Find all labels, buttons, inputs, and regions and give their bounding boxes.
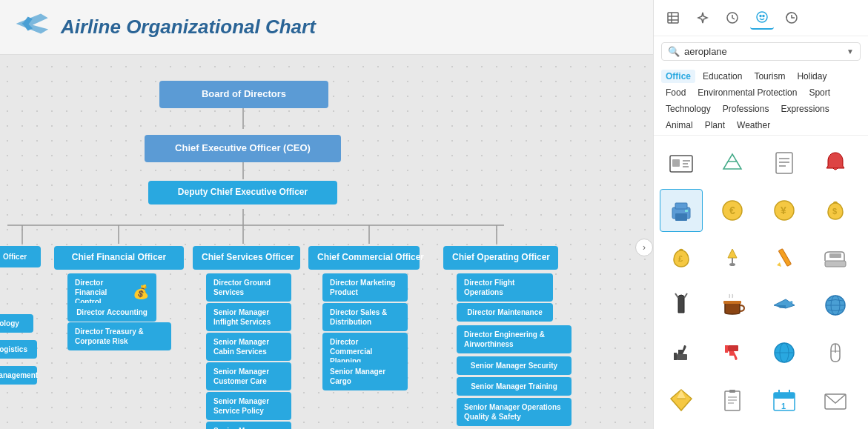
tag-technology[interactable]: Technology: [661, 102, 715, 116]
svg-text:€: €: [729, 204, 735, 216]
icon-airplane[interactable]: [763, 284, 806, 327]
svg-rect-19: [672, 159, 680, 167]
dir-treasury-node: Director Treasury & Corporate Risk: [67, 322, 171, 350]
sm-cargo-node: Senior Manager Cargo: [322, 362, 408, 390]
tag-food[interactable]: Food: [661, 86, 690, 99]
dceo-node: Deputy Chief Executive Officer: [148, 181, 337, 204]
tab-clock[interactable]: [720, 6, 744, 30]
sm-inflight-node: Senior Manager Inflight Services: [206, 303, 291, 331]
cfo-node: Chief Financial Officer: [54, 246, 184, 270]
svg-text:¥: ¥: [781, 204, 786, 216]
panel-tabs: [654, 0, 868, 36]
category-tags: Office Education Tourism Holiday Food En…: [654, 67, 868, 136]
icon-recycle[interactable]: [711, 142, 754, 184]
icon-id-card[interactable]: [660, 142, 703, 184]
tag-plant[interactable]: Plant: [700, 119, 729, 132]
icon-pound-bag[interactable]: £: [660, 236, 703, 279]
icon-pencil[interactable]: [763, 236, 806, 279]
tab-sparkle[interactable]: [691, 6, 715, 30]
sm-training-node: Senior Manager Training: [457, 377, 572, 396]
svg-point-16: [763, 16, 764, 17]
officer-left-node: Officer: [0, 246, 41, 267]
org-container: Board of Directors Chief Executive Offic…: [0, 55, 645, 429]
svg-text:$: $: [832, 207, 837, 216]
tag-weather[interactable]: Weather: [732, 119, 775, 132]
icon-bell[interactable]: [814, 142, 857, 184]
search-icon: 🔍: [668, 46, 680, 57]
tag-expressions[interactable]: Expressions: [776, 102, 833, 116]
icon-envelope[interactable]: [814, 379, 857, 422]
icons-grid: € ¥ $ £: [654, 136, 868, 429]
icon-printer[interactable]: [660, 189, 703, 232]
dir-sales-node: Director Sales & Distribution: [322, 303, 408, 331]
icon-notepad[interactable]: [711, 379, 754, 422]
svg-rect-41: [825, 261, 846, 267]
ology-node: ology: [0, 314, 33, 333]
svg-marker-40: [777, 262, 781, 267]
svg-rect-48: [728, 345, 738, 351]
icon-mouse[interactable]: [814, 331, 857, 374]
emoji-search-bar[interactable]: 🔍 ▼: [661, 42, 861, 61]
svg-rect-43: [723, 301, 741, 304]
dir-engineering-node: Director Engineering & Airworthiness: [457, 325, 572, 353]
board-node: Board of Directors: [159, 81, 328, 108]
svg-rect-47: [677, 354, 687, 360]
sm-cabin-node: Senior Manager Cabin Services: [206, 333, 291, 361]
icon-coffee[interactable]: [711, 284, 754, 327]
icon-money-bag[interactable]: $: [814, 189, 857, 232]
tab-history[interactable]: [780, 6, 804, 30]
sm-quality-node: Senior Manager Quality Control: [206, 422, 291, 429]
tag-tourism[interactable]: Tourism: [749, 70, 789, 83]
dir-accounting-node: Director Accounting: [67, 303, 156, 322]
svg-rect-57: [725, 391, 740, 410]
tag-education[interactable]: Education: [698, 70, 746, 83]
icon-document[interactable]: [763, 142, 806, 184]
svg-text:1: 1: [781, 402, 786, 410]
search-input[interactable]: [684, 46, 842, 57]
icon-globe-simple[interactable]: [763, 331, 806, 374]
airplane-icon: [15, 9, 52, 45]
dir-ground-node: Director Ground Services: [206, 273, 291, 302]
ceo-node: Chief Executive Officer (CEO): [145, 135, 341, 162]
collapse-panel-button[interactable]: ›: [635, 239, 653, 256]
icon-thumbs-down[interactable]: [711, 331, 754, 374]
sm-customer-node: Senior Manager Customer Care: [206, 362, 291, 390]
icon-globe-color[interactable]: [814, 284, 857, 327]
tab-table[interactable]: [661, 6, 685, 30]
svg-rect-23: [776, 153, 792, 173]
chart-title: Airline Organizational Chart: [61, 16, 316, 39]
svg-rect-28: [675, 203, 687, 209]
icon-yen-coin[interactable]: ¥: [763, 189, 806, 232]
chart-body: Board of Directors Chief Executive Offic…: [0, 55, 653, 429]
search-dropdown-arrow[interactable]: ▼: [847, 47, 854, 56]
icon-calendar[interactable]: 1: [763, 379, 806, 422]
tag-sport[interactable]: Sport: [804, 86, 835, 99]
sm-ops-quality-node: Senior Manager Operations Quality & Safe…: [457, 398, 572, 426]
chart-area: Airline Organizational Chart: [0, 0, 653, 429]
icon-lamp[interactable]: [711, 236, 754, 279]
coo-node: Chief Operating Officer: [443, 246, 558, 270]
icon-stapler[interactable]: [814, 236, 857, 279]
tag-holiday[interactable]: Holiday: [792, 70, 831, 83]
tab-emoji[interactable]: [750, 6, 774, 30]
icon-thumbs-up[interactable]: [660, 331, 703, 374]
tag-env[interactable]: Environmental Protection: [693, 86, 801, 99]
cco-node: Chief Commercial Officer: [308, 246, 420, 270]
dir-flight-node: Director Flight Operations: [457, 273, 553, 302]
icon-binder-clip[interactable]: [660, 284, 703, 327]
cso-node: Chief Services Officer: [193, 246, 300, 270]
tag-office[interactable]: Office: [661, 70, 695, 83]
chart-header: Airline Organizational Chart: [0, 0, 653, 55]
icon-euro-coin[interactable]: €: [711, 189, 754, 232]
tag-professions[interactable]: Professions: [718, 102, 774, 116]
dir-maintenance-node: Director Maintenance: [457, 303, 553, 322]
sm-service-policy-node: Senior Manager Service Policy: [206, 392, 291, 420]
sm-security-node: Senior Manager Security: [457, 356, 572, 375]
tag-animal[interactable]: Animal: [661, 119, 698, 132]
svg-rect-30: [685, 210, 688, 212]
svg-rect-63: [774, 393, 795, 399]
management-node: Management: [0, 366, 37, 385]
svg-point-14: [757, 12, 767, 22]
icon-diamond[interactable]: [660, 379, 703, 422]
dir-marketing-node: Director Marketing Product: [322, 273, 408, 302]
